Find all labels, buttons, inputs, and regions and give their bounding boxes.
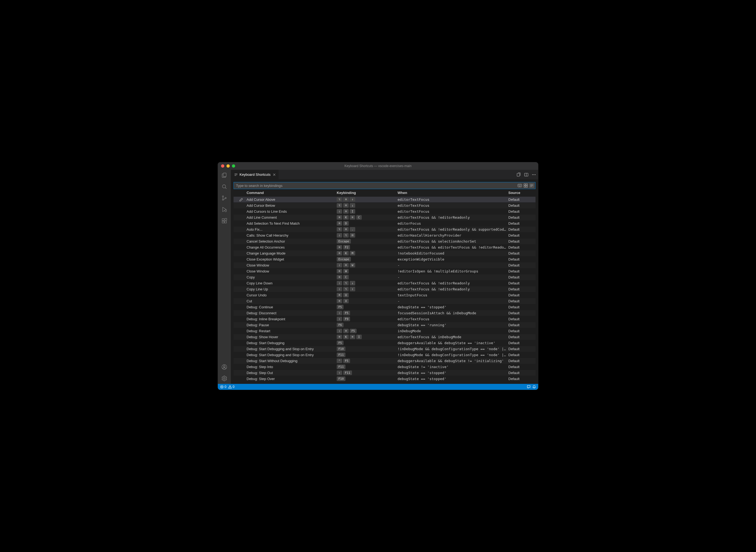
keybinding-row[interactable]: Debug: Restart⇧⌘F5inDebugModeDefault (233, 328, 536, 334)
source-label: Default (508, 275, 536, 279)
record-keys-icon[interactable] (517, 183, 522, 188)
command-label: Cancel Selection Anchor (246, 239, 337, 243)
keybinding-row[interactable]: Debug: Start Debugging and Stop on Entry… (233, 352, 536, 358)
command-label: Change Language Mode (246, 251, 337, 255)
keybinding-row[interactable]: Debug: Disconnect⇧F5focusedSessionIsAtta… (233, 310, 536, 316)
keybinding-row[interactable]: Close Exception WidgetEscapeexceptionWid… (233, 256, 536, 262)
source-label: Default (508, 299, 536, 303)
keybinding-keys: ⇧⌘W (337, 263, 398, 268)
keybinding-row[interactable]: Add Cursors to Line Ends⇧⌘IeditorTextFoc… (233, 209, 536, 215)
open-keybindings-json-icon[interactable] (517, 172, 521, 177)
notifications-icon[interactable] (532, 385, 536, 389)
key: M (350, 251, 355, 256)
keybinding-row[interactable]: Copy Line Up⇧⌥↑editorTextFocus && !edito… (233, 286, 536, 292)
close-tab-icon[interactable] (272, 172, 276, 177)
keybinding-row[interactable]: Auto Fix...⌥⌘.editorTextFocus && !editor… (233, 227, 536, 233)
key: ⌘ (343, 209, 349, 214)
key: ⌘ (343, 227, 349, 232)
keybindings-list[interactable]: Add Cursor Above⌥⌘↑editorTextFocusDefaul… (233, 197, 536, 384)
split-editor-icon[interactable] (524, 172, 529, 177)
keybinding-row[interactable]: Debug: Start Debugging and Stop on Entry… (233, 346, 536, 352)
keybinding-row[interactable]: Debug: Show Hover⌘K⌘IeditorTextFocus && … (233, 334, 536, 340)
keybinding-row[interactable]: Copy⌘C-Default (233, 274, 536, 280)
keybinding-row[interactable]: Debug: Step IntoF11debugState != 'inacti… (233, 364, 536, 370)
source-label: Default (508, 239, 536, 243)
keybinding-row[interactable]: Add Cursor Above⌥⌘↑editorTextFocusDefaul… (233, 197, 536, 202)
problems-status[interactable]: 0 (220, 385, 226, 389)
key: ⇧ (337, 329, 342, 333)
when-expression: !inDebugMode && debugConfigurationType =… (398, 347, 508, 351)
keybinding-row[interactable]: Add Line Comment⌘K⌘CeditorTextFocus && !… (233, 215, 536, 221)
svg-rect-20 (526, 184, 528, 185)
command-label: Cursor Undo (246, 293, 337, 297)
when-expression: !inDebugMode && debugConfigurationType =… (398, 353, 508, 357)
keybinding-row[interactable]: Change All Occurrences⌘F2editorTextFocus… (233, 245, 536, 251)
filter-icon[interactable] (529, 183, 534, 188)
key: F11 (337, 365, 345, 369)
source-control-icon[interactable] (221, 195, 227, 201)
keybinding-row[interactable]: Cut⌘X-Default (233, 298, 536, 304)
command-label: Debug: Disconnect (246, 311, 337, 315)
keybinding-row[interactable]: Calls: Show Call Hierarchy⇧⌥HeditorHasCa… (233, 233, 536, 239)
svg-point-1 (222, 185, 226, 188)
warnings-status[interactable]: 0 (228, 385, 235, 389)
edit-keybinding-icon[interactable] (236, 198, 246, 201)
when-expression: !notebookEditorFocused (398, 251, 508, 255)
vscode-window: Keyboard Shortcuts — vscode-exercises-ma… (217, 162, 539, 390)
key: ⌘ (343, 203, 349, 208)
search-input[interactable] (236, 184, 517, 188)
keybinding-row[interactable]: Close Window⌘W!editorIsOpen && !multiple… (233, 268, 536, 274)
keybinding-row[interactable]: Debug: Inline Breakpoint⇧F9editorTextFoc… (233, 316, 536, 322)
keybinding-keys: ⌘K⌘C (337, 215, 398, 220)
feedback-icon[interactable] (527, 385, 531, 389)
when-expression: textInputFocus (398, 293, 508, 297)
tab-keyboard-shortcuts[interactable]: Keyboard Shortcuts (231, 170, 279, 179)
settings-gear-icon[interactable] (221, 375, 227, 382)
keybinding-row[interactable]: Cancel Selection AnchorEscapeeditorTextF… (233, 239, 536, 245)
command-label: Close Window (246, 269, 337, 273)
key: K (343, 215, 349, 220)
keybinding-row[interactable]: Close Window⇧⌘W-Default (233, 262, 536, 268)
svg-rect-13 (517, 173, 520, 176)
keybinding-row[interactable]: Add Selection To Next Find Match⌘Deditor… (233, 221, 536, 227)
sort-precedence-icon[interactable] (523, 183, 528, 188)
when-expression: editorTextFocus (398, 203, 508, 208)
key: C (343, 275, 349, 280)
run-debug-icon[interactable] (221, 206, 227, 213)
keybinding-keys: F6 (337, 323, 398, 327)
keybinding-row[interactable]: Debug: Step OverF10debugState == 'stoppe… (233, 376, 536, 382)
key: I (356, 335, 362, 339)
keybinding-row[interactable]: Copy Line Down⇧⌥↓editorTextFocus && !edi… (233, 280, 536, 286)
command-label: Debug: Restart (246, 329, 337, 333)
header-command[interactable]: Command (246, 191, 337, 195)
source-label: Default (508, 293, 536, 297)
when-expression: editorHasCallHierarchyProvider (398, 233, 508, 238)
svg-point-4 (225, 197, 226, 199)
keybinding-row[interactable]: Add Cursor Below⌥⌘↓editorTextFocusDefaul… (233, 202, 536, 209)
keybinding-row[interactable]: Debug: Step Out⇧F11debugState == 'stoppe… (233, 370, 536, 376)
keybinding-row[interactable]: Change Language Mode⌘KM!notebookEditorFo… (233, 251, 536, 256)
keybinding-row[interactable]: Debug: ContinueF5debugState == 'stopped'… (233, 304, 536, 310)
when-expression: - (398, 263, 508, 267)
explorer-icon[interactable] (221, 172, 227, 178)
more-actions-icon[interactable] (532, 172, 536, 177)
key: ⌘ (337, 215, 342, 220)
keybinding-row[interactable]: Debug: Start DebuggingF5debuggersAvailab… (233, 340, 536, 346)
keybinding-row[interactable]: Cursor Undo⌘UtextInputFocusDefault (233, 292, 536, 298)
extensions-icon[interactable] (221, 218, 227, 224)
search-icon[interactable] (221, 183, 227, 190)
header-when[interactable]: When (398, 191, 508, 195)
key: ↑ (350, 287, 355, 291)
key: ⌘ (337, 335, 342, 339)
keybinding-row[interactable]: Debug: PauseF6debugState == 'running'Def… (233, 322, 536, 328)
command-label: Debug: Start Without Debugging (246, 359, 337, 363)
header-keybinding[interactable]: Keybinding (337, 191, 398, 195)
source-label: Default (508, 287, 536, 291)
keybinding-row[interactable]: Debug: Start Without Debugging⌃F5debugge… (233, 358, 536, 364)
key: F6 (337, 323, 344, 327)
command-label: Debug: Step Out (246, 371, 337, 375)
command-label: Debug: Start Debugging and Stop on Entry (246, 347, 337, 351)
tab-label: Keyboard Shortcuts (239, 172, 270, 176)
accounts-icon[interactable] (221, 364, 227, 370)
header-source[interactable]: Source (508, 191, 536, 195)
